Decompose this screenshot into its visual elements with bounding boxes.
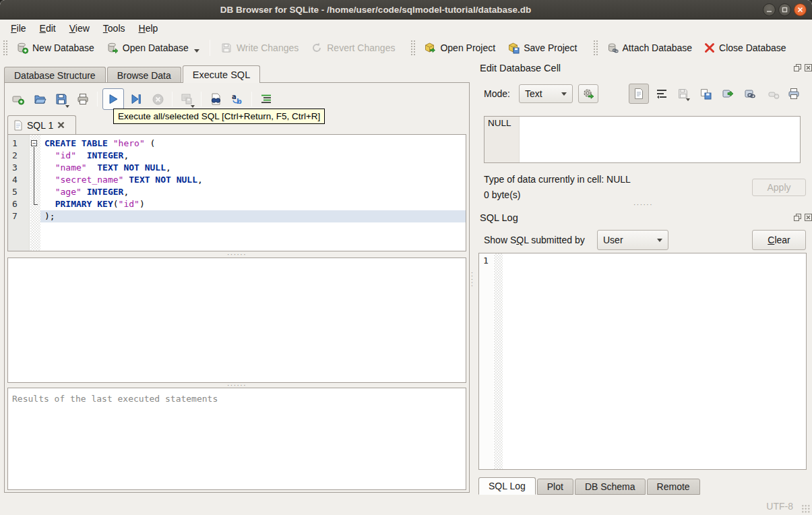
clear-log-button[interactable]: Clear [752, 230, 806, 250]
stop-button[interactable] [148, 90, 167, 109]
editor-line-6[interactable]: 6 PRIMARY KEY("id") [8, 198, 466, 210]
menu-file[interactable]: File [4, 22, 33, 35]
execute-all-button[interactable] [102, 88, 124, 110]
print-sql-button[interactable] [73, 90, 92, 109]
mode-select[interactable]: Text [519, 84, 573, 103]
close-database-button[interactable]: Close Database [698, 40, 792, 56]
open-sql-file-button[interactable] [30, 90, 49, 109]
float-dock-icon[interactable] [794, 64, 801, 71]
resize-grip-icon[interactable] [801, 504, 810, 513]
link-icon [744, 88, 756, 100]
save-sql-dropdown-icon[interactable] [65, 105, 69, 108]
code-text: ); [40, 210, 466, 222]
code-text: PRIMARY KEY("id") [40, 198, 466, 210]
new-database-button[interactable]: New Database [10, 39, 100, 57]
titlebar[interactable]: DB Browser for SQLite - /home/user/code/… [0, 0, 812, 20]
results-placeholder: Results of the last executed statements [8, 388, 466, 409]
toolbar-drag-handle[interactable] [593, 40, 598, 56]
cell-editor[interactable]: NULL [484, 116, 801, 163]
sql-file-icon [13, 120, 23, 131]
editor-line-4[interactable]: 4 "secret_name" TEXT NOT NULL, [8, 174, 466, 186]
text-mode-button[interactable] [629, 84, 649, 104]
float-dock-icon[interactable] [794, 214, 801, 221]
fold-marker-icon[interactable]: − [30, 138, 40, 150]
revert-changes-icon [311, 42, 323, 54]
export-data-button[interactable] [718, 84, 737, 103]
open-project-icon [424, 42, 436, 54]
editor-line-1[interactable]: 1−CREATE TABLE "hero" ( [8, 138, 466, 150]
sql-editor[interactable]: 1−CREATE TABLE "hero" (2 "id" INTEGER,3 … [7, 134, 466, 251]
write-changes-icon [220, 42, 232, 54]
close-tab-icon[interactable] [57, 121, 65, 129]
toolbar-drag-handle[interactable] [410, 40, 415, 56]
find-button[interactable] [206, 90, 225, 109]
mode-value: Text [525, 88, 561, 99]
main-toolbar: New Database Open Database Write Changes… [0, 36, 812, 60]
close-dock-icon[interactable] [805, 64, 812, 71]
save-results-dropdown-icon[interactable] [191, 105, 195, 108]
chevron-down-icon [657, 239, 662, 242]
toolbar-drag-handle[interactable] [3, 40, 7, 56]
dock-tab-sql-log[interactable]: SQL Log [478, 477, 536, 495]
pane-splitter[interactable]: ······ [7, 253, 466, 257]
encoding-indicator[interactable]: UTF-8 [766, 501, 793, 512]
dock-tab-remote[interactable]: Remote [647, 479, 700, 495]
tab-browse-data[interactable]: Browse Data [107, 67, 181, 83]
sql-tab-sql1[interactable]: SQL 1 [7, 115, 76, 134]
menu-edit[interactable]: Edit [33, 22, 63, 35]
save-results-button[interactable] [177, 90, 196, 109]
apply-button[interactable]: Apply [752, 179, 806, 196]
export-cell-button[interactable] [696, 84, 715, 103]
import-cell-button[interactable] [674, 84, 693, 103]
format-sql-button[interactable] [257, 90, 276, 109]
attach-database-button[interactable]: Attach Database [600, 39, 699, 57]
open-database-button[interactable]: Open Database [100, 39, 206, 57]
editor-line-3[interactable]: 3 "name" TEXT NOT NULL, [8, 162, 466, 174]
menu-help[interactable]: Help [132, 22, 165, 35]
editor-line-7[interactable]: 7); [8, 210, 466, 222]
code-text: "secret_name" TEXT NOT NULL, [40, 174, 466, 186]
dock-tab-plot[interactable]: Plot [537, 479, 573, 495]
close-dock-icon[interactable] [805, 214, 812, 221]
editor-line-2[interactable]: 2 "id" INTEGER, [8, 150, 466, 162]
save-sql-file-button[interactable] [52, 90, 71, 109]
dock-tab-db-schema[interactable]: DB Schema [575, 479, 646, 495]
word-wrap-icon [656, 88, 668, 100]
export-arrow-icon [722, 88, 734, 100]
maximize-icon[interactable] [778, 3, 791, 16]
editor-secondary-pane[interactable] [7, 258, 466, 383]
menu-view[interactable]: View [63, 22, 96, 35]
tab-execute-sql[interactable]: Execute SQL [183, 65, 260, 83]
dock-tab-bar: SQL Log Plot DB Schema Remote [478, 477, 701, 495]
execute-line-button[interactable] [127, 90, 146, 109]
close-icon[interactable] [794, 3, 807, 16]
tab-database-structure[interactable]: Database Structure [4, 67, 106, 83]
print-cell-button[interactable] [784, 84, 803, 103]
autocomplete-button[interactable]: a b [228, 90, 247, 109]
auto-apply-button[interactable] [578, 84, 598, 103]
print-icon [76, 92, 90, 106]
sql-log-view[interactable]: 1 [478, 253, 807, 470]
revert-changes-button[interactable]: Revert Changes [305, 39, 401, 57]
write-changes-button[interactable]: Write Changes [214, 39, 305, 57]
new-sql-tab-button[interactable] [9, 90, 28, 109]
log-filter-select[interactable]: User [597, 230, 668, 250]
sql-toolbar-separator [201, 92, 201, 107]
open-project-button[interactable]: Open Project [418, 39, 501, 57]
minimize-icon[interactable] [763, 3, 776, 16]
sql-editor-lines: 1−CREATE TABLE "hero" (2 "id" INTEGER,3 … [8, 138, 466, 222]
word-wrap-button[interactable] [652, 84, 671, 103]
menu-tools[interactable]: Tools [96, 22, 132, 35]
panel-splitter[interactable]: ····· [470, 270, 474, 290]
window-controls [763, 3, 807, 16]
set-null-button[interactable] [764, 84, 783, 103]
fold-margin [30, 186, 40, 198]
dock-splitter[interactable]: ······ [480, 203, 807, 207]
results-pane[interactable]: Results of the last executed statements [7, 388, 466, 490]
link-data-button[interactable] [741, 84, 759, 103]
save-project-button[interactable]: Save Project [501, 39, 583, 57]
fold-margin [30, 210, 40, 222]
editor-line-5[interactable]: 5 "age" INTEGER, [8, 186, 466, 198]
open-database-dropdown-icon[interactable] [194, 49, 199, 53]
gear-arrow-icon [582, 87, 595, 100]
